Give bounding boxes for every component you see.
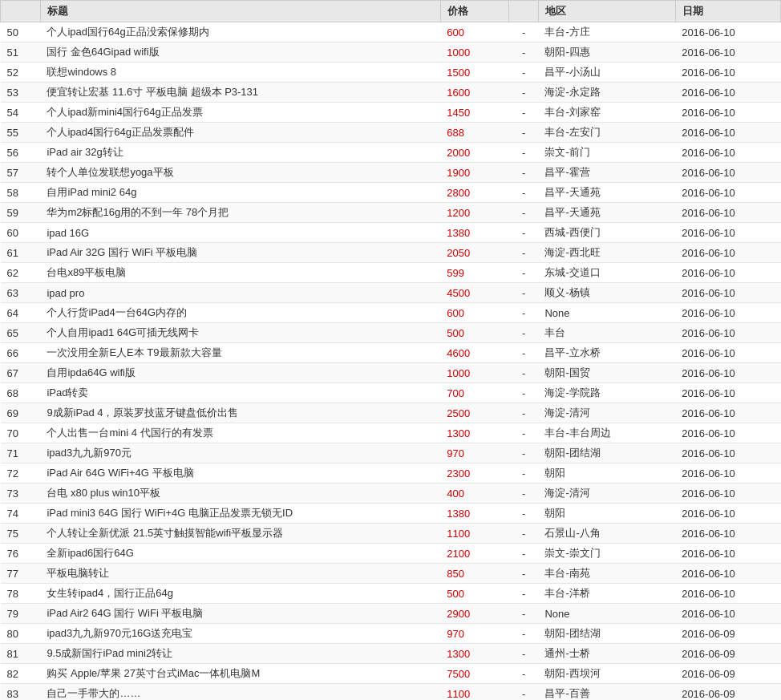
row-sep: - xyxy=(509,604,539,624)
row-num: 57 xyxy=(1,163,41,183)
row-price: 1100 xyxy=(440,684,508,701)
row-title[interactable]: 个人转让全新优派 21.5英寸触摸智能wifi平板显示器 xyxy=(40,524,440,544)
row-title[interactable]: 全新ipad6国行64G xyxy=(40,544,440,564)
row-location: 丰台-洋桥 xyxy=(538,584,675,604)
row-title[interactable]: 一次没用全新E人E本 T9最新款大容量 xyxy=(40,343,440,363)
table-row[interactable]: 62台电x89平板电脑599-东城-交道口2016-06-10 xyxy=(1,263,781,283)
table-row[interactable]: 63ipad pro4500-顺义-杨镇2016-06-10 xyxy=(1,283,781,303)
table-row[interactable]: 819.5成新国行iPad mini2转让1300-通州-士桥2016-06-0… xyxy=(1,644,781,664)
row-date: 2016-06-10 xyxy=(675,243,780,263)
row-title[interactable]: 9成新iPad 4，原装罗技蓝牙键盘低价出售 xyxy=(40,403,440,423)
row-title[interactable]: 女生转ipad4，国行正品64g xyxy=(40,584,440,604)
row-title[interactable]: 个人ipad新mini4国行64g正品发票 xyxy=(40,103,440,123)
row-title[interactable]: 转个人单位发联想yoga平板 xyxy=(40,163,440,183)
row-title[interactable]: 台电 x80 plus win10平板 xyxy=(40,484,440,504)
row-title[interactable]: ipad3九九新970元16G送充电宝 xyxy=(40,624,440,644)
row-location: 西城-西便门 xyxy=(538,223,675,243)
row-title[interactable]: 个人ipad4国行64g正品发票配件 xyxy=(40,123,440,143)
row-sep: - xyxy=(509,443,539,463)
table-row[interactable]: 74iPad mini3 64G 国行 WiFi+4G 电脑正品发票无锁无ID1… xyxy=(1,504,781,524)
row-price: 1300 xyxy=(440,423,508,443)
row-date: 2016-06-10 xyxy=(675,463,780,484)
table-row[interactable]: 66一次没用全新E人E本 T9最新款大容量4600-昌平-立水桥2016-06-… xyxy=(1,343,781,363)
row-date: 2016-06-10 xyxy=(675,363,780,383)
row-title[interactable]: 自用ipda64G wifi版 xyxy=(40,363,440,383)
table-row[interactable]: 83自己一手带大的……1100-昌平-百善2016-06-09 xyxy=(1,684,781,701)
table-row[interactable]: 60ipad 16G1380-西城-西便门2016-06-10 xyxy=(1,223,781,243)
row-title[interactable]: 个人行货iPad4一台64G内存的 xyxy=(40,303,440,323)
row-price: 1000 xyxy=(440,42,508,63)
row-location: 东城-交道口 xyxy=(538,263,675,283)
row-title[interactable]: iPad Air 32G 国行 WiFi 平板电脑 xyxy=(40,243,440,263)
row-price: 2800 xyxy=(440,183,508,203)
row-sep: - xyxy=(509,22,539,42)
row-title[interactable]: 自己一手带大的…… xyxy=(40,684,440,701)
row-date: 2016-06-10 xyxy=(675,183,780,203)
table-row[interactable]: 65个人自用ipad1 64G可插无线网卡500-丰台2016-06-10 xyxy=(1,323,781,343)
table-row[interactable]: 699成新iPad 4，原装罗技蓝牙键盘低价出售2500-海淀-清河2016-0… xyxy=(1,403,781,423)
row-date: 2016-06-10 xyxy=(675,163,780,183)
row-sep: - xyxy=(509,584,539,604)
table-row[interactable]: 53便宜转让宏基 11.6寸 平板电脑 超级本 P3-1311600-海淀-永定… xyxy=(1,83,781,103)
row-sep: - xyxy=(509,143,539,163)
row-title[interactable]: 华为m2标配16g用的不到一年 78个月把 xyxy=(40,203,440,223)
table-row[interactable]: 61iPad Air 32G 国行 WiFi 平板电脑2050-海淀-西北旺20… xyxy=(1,243,781,263)
row-num: 58 xyxy=(1,183,41,203)
row-title[interactable]: 9.5成新国行iPad mini2转让 xyxy=(40,644,440,664)
table-row[interactable]: 59华为m2标配16g用的不到一年 78个月把1200-昌平-天通苑2016-0… xyxy=(1,203,781,223)
table-row[interactable]: 55个人ipad4国行64g正品发票配件688-丰台-左安门2016-06-10 xyxy=(1,123,781,143)
table-row[interactable]: 71ipad3九九新970元970-朝阳-团结湖2016-06-10 xyxy=(1,443,781,463)
row-title[interactable]: iPad Air 64G WiFi+4G 平板电脑 xyxy=(40,463,440,484)
row-title[interactable]: 个人ipad国行64g正品没索保修期内 xyxy=(40,22,440,42)
row-title[interactable]: 个人出售一台mini 4 代国行的有发票 xyxy=(40,423,440,443)
table-row[interactable]: 67自用ipda64G wifi版1000-朝阳-国贸2016-06-10 xyxy=(1,363,781,383)
row-location: 朝阳-团结湖 xyxy=(538,624,675,644)
table-row[interactable]: 73台电 x80 plus win10平板400-海淀-清河2016-06-10 xyxy=(1,484,781,504)
row-title[interactable]: iPad转卖 xyxy=(40,383,440,403)
row-title[interactable]: 个人自用ipad1 64G可插无线网卡 xyxy=(40,323,440,343)
row-date: 2016-06-10 xyxy=(675,83,780,103)
table-row[interactable]: 52联想windows 81500-昌平-小汤山2016-06-10 xyxy=(1,63,781,83)
table-row[interactable]: 79iPad Air2 64G 国行 WiFi 平板电脑2900-None201… xyxy=(1,604,781,624)
table-row[interactable]: 82购买 Apple/苹果 27英寸台式iMac一体机电脑M7500-朝阳-西坝… xyxy=(1,664,781,684)
row-title[interactable]: ipad3九九新970元 xyxy=(40,443,440,463)
table-row[interactable]: 77平板电脑转让850-丰台-南苑2016-06-10 xyxy=(1,564,781,584)
row-num: 76 xyxy=(1,544,41,564)
row-title[interactable]: 台电x89平板电脑 xyxy=(40,263,440,283)
row-title[interactable]: 便宜转让宏基 11.6寸 平板电脑 超级本 P3-131 xyxy=(40,83,440,103)
row-sep: - xyxy=(509,383,539,403)
row-num: 80 xyxy=(1,624,41,644)
row-title[interactable]: 国行 金色64Gipad wifi版 xyxy=(40,42,440,63)
table-row[interactable]: 75个人转让全新优派 21.5英寸触摸智能wifi平板显示器1100-石景山-八… xyxy=(1,524,781,544)
row-title[interactable]: ipad pro xyxy=(40,283,440,303)
table-row[interactable]: 64个人行货iPad4一台64G内存的600-None2016-06-10 xyxy=(1,303,781,323)
row-location: 丰台 xyxy=(538,323,675,343)
table-row[interactable]: 80ipad3九九新970元16G送充电宝970-朝阳-团结湖2016-06-0… xyxy=(1,624,781,644)
row-date: 2016-06-10 xyxy=(675,343,780,363)
row-title[interactable]: iPad air 32g转让 xyxy=(40,143,440,163)
table-row[interactable]: 68iPad转卖700-海淀-学院路2016-06-10 xyxy=(1,383,781,403)
row-location: 海淀-西北旺 xyxy=(538,243,675,263)
row-title[interactable]: 平板电脑转让 xyxy=(40,564,440,584)
table-row[interactable]: 50个人ipad国行64g正品没索保修期内600-丰台-方庄2016-06-10 xyxy=(1,22,781,42)
row-title[interactable]: 购买 Apple/苹果 27英寸台式iMac一体机电脑M xyxy=(40,664,440,684)
table-row[interactable]: 57转个人单位发联想yoga平板1900-昌平-霍营2016-06-10 xyxy=(1,163,781,183)
row-location: 通州-士桥 xyxy=(538,644,675,664)
table-row[interactable]: 78女生转ipad4，国行正品64g500-丰台-洋桥2016-06-10 xyxy=(1,584,781,604)
table-row[interactable]: 72iPad Air 64G WiFi+4G 平板电脑2300-朝阳2016-0… xyxy=(1,463,781,484)
table-row[interactable]: 58自用iPad mini2 64g2800-昌平-天通苑2016-06-10 xyxy=(1,183,781,203)
table-row[interactable]: 76全新ipad6国行64G2100-崇文-崇文门2016-06-10 xyxy=(1,544,781,564)
row-date: 2016-06-10 xyxy=(675,143,780,163)
row-title[interactable]: iPad mini3 64G 国行 WiFi+4G 电脑正品发票无锁无ID xyxy=(40,504,440,524)
row-title[interactable]: ipad 16G xyxy=(40,223,440,243)
col-num xyxy=(1,1,41,22)
row-title[interactable]: 联想windows 8 xyxy=(40,63,440,83)
table-row[interactable]: 56iPad air 32g转让2000-崇文-前门2016-06-10 xyxy=(1,143,781,163)
row-sep: - xyxy=(509,123,539,143)
row-num: 74 xyxy=(1,504,41,524)
table-row[interactable]: 51国行 金色64Gipad wifi版1000-朝阳-四惠2016-06-10 xyxy=(1,42,781,63)
table-row[interactable]: 70个人出售一台mini 4 代国行的有发票1300-丰台-丰台周边2016-0… xyxy=(1,423,781,443)
row-title[interactable]: iPad Air2 64G 国行 WiFi 平板电脑 xyxy=(40,604,440,624)
table-row[interactable]: 54个人ipad新mini4国行64g正品发票1450-丰台-刘家窑2016-0… xyxy=(1,103,781,123)
row-title[interactable]: 自用iPad mini2 64g xyxy=(40,183,440,203)
